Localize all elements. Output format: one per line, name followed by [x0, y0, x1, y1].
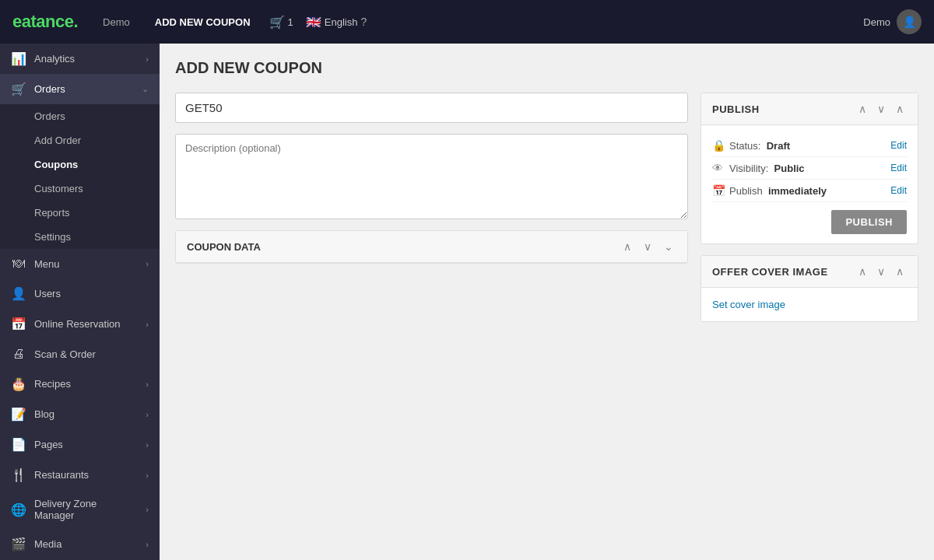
cover-up-btn[interactable]: ∧	[855, 264, 869, 279]
topbar-user: Demo 👤	[863, 9, 922, 34]
reservation-icon: 📅	[11, 317, 26, 331]
reservation-chevron: ›	[146, 320, 149, 329]
delivery-zone-icon: 🌐	[11, 502, 26, 517]
avatar[interactable]: 👤	[897, 9, 922, 34]
restaurants-chevron: ›	[146, 471, 149, 480]
logo-dot: .	[73, 12, 78, 31]
coupon-data-toggle-btn[interactable]: ⌄	[661, 239, 676, 254]
cart-icon: 🛒	[269, 15, 285, 30]
media-icon: 🎬	[11, 537, 26, 551]
calendar-icon: 📅	[712, 184, 729, 197]
publish-date-edit-link[interactable]: Edit	[890, 185, 907, 196]
sidebar-sub-coupons[interactable]: Coupons	[0, 152, 160, 177]
users-icon: 👤	[11, 286, 26, 301]
publish-when: immediately	[768, 185, 827, 197]
restaurants-icon: 🍴	[11, 467, 26, 482]
topbar-language[interactable]: 🇬🇧 English ?	[306, 15, 367, 30]
sidebar-item-blog[interactable]: 📝 Blog ›	[0, 399, 160, 429]
publish-label: Publish	[729, 185, 763, 197]
topbar-add-coupon-link[interactable]: ADD NEW COUPON	[149, 13, 257, 31]
sidebar-item-users[interactable]: 👤 Users	[0, 278, 160, 309]
main-content: ADD NEW COUPON COUPON DATA ∧ ∨ ⌄	[160, 44, 934, 560]
sidebar-item-orders[interactable]: 🛒 Orders ⌄	[0, 74, 160, 104]
status-icon: 🔒	[712, 139, 729, 152]
publish-date-text: Publish immediately	[729, 185, 890, 197]
cover-down-btn[interactable]: ∨	[874, 264, 888, 279]
sidebar-sub-customers[interactable]: Customers	[0, 177, 160, 201]
orders-chevron: ⌄	[142, 84, 149, 94]
publish-down-btn[interactable]: ∨	[874, 101, 888, 117]
status-label: Status:	[729, 140, 760, 152]
visibility-value: Public	[774, 163, 805, 174]
menu-chevron: ›	[146, 259, 149, 268]
sidebar-item-online-reservation[interactable]: 📅 Online Reservation ›	[0, 309, 160, 339]
sidebar-label-blog: Blog	[34, 408, 54, 420]
scan-icon: 🖨	[11, 347, 26, 361]
logo-text: eatance	[12, 12, 73, 31]
publish-button[interactable]: PUBLISH	[831, 210, 907, 234]
publish-date-row: 📅 Publish immediately Edit	[712, 180, 907, 202]
status-edit-link[interactable]: Edit	[890, 140, 907, 151]
help-icon[interactable]: ?	[360, 16, 367, 28]
visibility-label: Visibility:	[729, 163, 768, 174]
publish-visibility-row: 👁 Visibility: Public Edit	[712, 157, 907, 180]
sidebar-item-analytics[interactable]: 📊 Analytics ›	[0, 44, 160, 74]
status-value: Draft	[767, 140, 790, 152]
sidebar-label-pages: Pages	[34, 439, 63, 450]
sidebar-sub-orders[interactable]: Orders	[0, 104, 160, 128]
topbar-demo-link[interactable]: Demo	[97, 13, 136, 31]
sidebar-item-recipes[interactable]: 🎂 Recipes ›	[0, 369, 160, 399]
sidebar-label-recipes: Recipes	[34, 378, 71, 390]
sidebar-item-delivery-zone[interactable]: 🌐 Delivery Zone Manager ›	[0, 490, 160, 529]
visibility-edit-link[interactable]: Edit	[890, 163, 907, 173]
cover-header: OFFER COVER IMAGE ∧ ∨ ∧	[701, 256, 918, 288]
user-label: Demo	[863, 16, 890, 28]
flag-icon: 🇬🇧	[306, 15, 321, 30]
sidebar-item-scan-order[interactable]: 🖨 Scan & Order	[0, 339, 160, 369]
orders-submenu: Orders Add Order Coupons Customers Repor…	[0, 104, 160, 249]
blog-chevron: ›	[146, 410, 149, 419]
sidebar-sub-add-order[interactable]: Add Order	[0, 128, 160, 152]
recipes-icon: 🎂	[11, 376, 26, 391]
sidebar-label-analytics: Analytics	[34, 53, 75, 65]
publish-toggle-btn[interactable]: ∧	[893, 101, 907, 117]
publish-body: 🔒 Status: Draft Edit 👁 Visibility:	[701, 125, 918, 243]
logo: eatance.	[12, 12, 78, 32]
set-cover-link[interactable]: Set cover image	[712, 299, 785, 310]
sidebar-sub-settings[interactable]: Settings	[0, 225, 160, 249]
sidebar-sub-reports[interactable]: Reports	[0, 201, 160, 225]
topbar-cart[interactable]: 🛒 1	[269, 15, 293, 30]
sidebar-label-orders: Orders	[34, 83, 65, 95]
pages-chevron: ›	[146, 440, 149, 450]
description-textarea[interactable]	[175, 134, 688, 219]
publish-title: PUBLISH	[712, 103, 851, 115]
publish-up-btn[interactable]: ∧	[855, 101, 869, 117]
coupon-data-section: COUPON DATA ∧ ∨ ⌄	[175, 230, 688, 264]
cover-body: Set cover image	[701, 288, 918, 321]
coupon-data-down-btn[interactable]: ∨	[641, 239, 655, 254]
cover-toggle-btn[interactable]: ∧	[893, 264, 907, 279]
coupon-data-up-btn[interactable]: ∧	[620, 239, 634, 254]
left-column: COUPON DATA ∧ ∨ ⌄	[175, 93, 688, 322]
visibility-icon: 👁	[712, 162, 729, 174]
analytics-icon: 📊	[11, 51, 26, 66]
publish-status-text: Status: Draft	[729, 140, 890, 152]
delivery-zone-chevron: ›	[146, 505, 149, 514]
sidebar-label-delivery-zone: Delivery Zone Manager	[34, 498, 138, 521]
coupon-name-input[interactable]	[175, 93, 688, 123]
sidebar-item-media[interactable]: 🎬 Media ›	[0, 529, 160, 559]
sidebar-item-restaurants[interactable]: 🍴 Restaurants ›	[0, 460, 160, 490]
sidebar-item-menu[interactable]: 🍽 Menu ›	[0, 249, 160, 278]
publish-visibility-text: Visibility: Public	[729, 163, 890, 174]
cart-count: 1	[288, 16, 293, 28]
topbar: eatance. Demo ADD NEW COUPON 🛒 1 🇬🇧 Engl…	[0, 0, 934, 44]
coupon-data-header: COUPON DATA ∧ ∨ ⌄	[176, 231, 687, 263]
publish-status-row: 🔒 Status: Draft Edit	[712, 135, 907, 157]
publish-card: PUBLISH ∧ ∨ ∧ 🔒 Status: Draft	[700, 93, 918, 244]
cover-card: OFFER COVER IMAGE ∧ ∨ ∧ Set cover image	[700, 255, 918, 322]
pages-icon: 📄	[11, 437, 26, 452]
main-layout: 📊 Analytics › 🛒 Orders ⌄ Orders Add Orde…	[0, 44, 934, 560]
sidebar-label-menu: Menu	[34, 258, 60, 270]
recipes-chevron: ›	[146, 380, 149, 389]
sidebar-item-pages[interactable]: 📄 Pages ›	[0, 429, 160, 460]
